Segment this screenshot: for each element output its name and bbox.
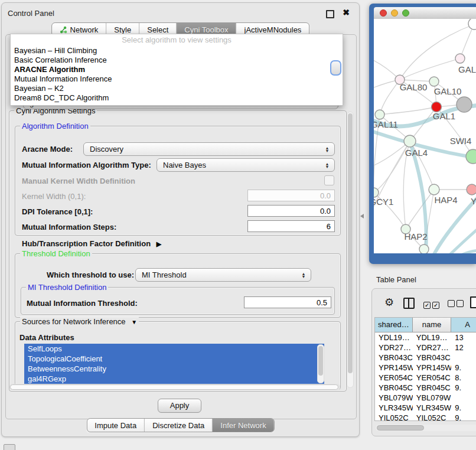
table-cell: YBR045C — [375, 383, 413, 393]
manual-kernel-label: Manual Kernel Width Definition — [22, 177, 135, 185]
attributes-scrollbar[interactable] — [317, 344, 324, 383]
network-window-titlebar[interactable] — [374, 7, 476, 19]
table-cell: YDR27… — [375, 343, 413, 353]
corner-grip-icon — [4, 444, 15, 450]
network-canvas[interactable]: GALGAL80GAL10GAL1GAL11GAL4SWI4GCY1HAP4YH… — [374, 19, 476, 253]
node-table: shared…nameA YDL19…YDL19…13YDR27…YDR27…1… — [374, 317, 476, 421]
split-columns-icon[interactable] — [403, 298, 415, 309]
table-cell: 13 — [451, 332, 476, 343]
minimize-button[interactable] — [391, 9, 398, 17]
network-icon — [60, 26, 67, 34]
graph-node-label-gal1: GAL1 — [433, 111, 455, 121]
table-horizontal-scrollbar[interactable] — [376, 425, 476, 431]
focused-combo-fragment — [330, 60, 341, 76]
table-row[interactable]: YBL079WYBL079W — [375, 393, 476, 403]
document-icon[interactable] — [470, 296, 476, 308]
graph-edge-highlighted — [448, 227, 476, 253]
graph-node[interactable] — [404, 135, 416, 147]
table-cell: YBL079W — [375, 393, 413, 403]
attribute-item-selfloops[interactable]: SelfLoops — [24, 344, 324, 354]
column-header-shared[interactable]: shared… — [375, 318, 413, 332]
table-row[interactable]: YBR045CYBR045C9. — [375, 383, 476, 393]
algorithm-option-mutual-information-inference[interactable]: Mutual Information Inference — [11, 74, 343, 84]
graph-node-label-gal: GAL — [458, 64, 476, 74]
settings-vertical-scrollbar[interactable] — [347, 112, 354, 388]
graph-edge — [380, 80, 400, 115]
collapsed-arrow-icon: ▶ — [157, 240, 161, 248]
table-cell: 9. — [451, 383, 476, 393]
graph-node[interactable] — [466, 149, 476, 164]
unchecked-pair-icon[interactable] — [448, 299, 465, 309]
graph-node[interactable] — [457, 97, 472, 112]
hub-definition-toggle[interactable]: Hub/Transcription Factor Definition ▶ — [22, 239, 161, 248]
algorithm-dropdown-popup: Select algorithm to view settings Bayesi… — [10, 34, 343, 106]
table-row[interactable]: YBR043CYBR043C — [375, 353, 476, 363]
algorithm-list: Bayesian – Hill ClimbingBasic Correlatio… — [11, 46, 343, 103]
table-row[interactable]: YIL052CYIL052C9. — [375, 413, 476, 421]
attributes-scroll-thumb[interactable] — [318, 346, 323, 376]
table-hscroll-thumb[interactable] — [377, 425, 424, 431]
mi-threshold-field[interactable] — [244, 296, 331, 308]
graph-node-label-swi4: SWI4 — [450, 136, 472, 146]
mi-type-combo[interactable]: Naive Bayes ▲▼ — [157, 158, 335, 172]
splitter-collapse-icon[interactable] — [360, 214, 364, 219]
algorithm-option-bayesian-k2[interactable]: Bayesian – K2 — [11, 84, 343, 93]
aracne-mode-combo[interactable]: Discovery ▲▼ — [83, 142, 335, 156]
bottom-tab-label: Discretize Data — [152, 421, 204, 430]
settings-scroll-thumb[interactable] — [348, 113, 353, 373]
attribute-item-gal4rgexp[interactable]: gal4RGexp — [24, 374, 324, 384]
which-threshold-combo[interactable]: MI Threshold ▲▼ — [135, 268, 311, 282]
table-cell: YIL052C — [413, 413, 452, 421]
control-panel-window: Control Panel ✖ NetworkStyleSelectCyni T… — [1, 2, 360, 437]
table-row[interactable]: YDR27…YDR27…12 — [375, 343, 476, 353]
float-panel-icon[interactable] — [326, 10, 334, 18]
graph-node[interactable] — [375, 110, 384, 119]
close-button[interactable] — [380, 9, 387, 17]
graph-node-label-hap2: HAP2 — [404, 231, 427, 242]
bottom-tab-infer-network[interactable]: Infer Network — [213, 419, 273, 432]
bottom-tab-impute-data[interactable]: Impute Data — [87, 419, 145, 432]
checked-pair-icon[interactable]: ✓✓ — [423, 299, 441, 309]
network-graph: GALGAL80GAL10GAL1GAL11GAL4SWI4GCY1HAP4YH… — [374, 19, 476, 253]
manual-kernel-checkbox[interactable] — [324, 175, 334, 185]
settings-horizontal-scrollbar[interactable] — [9, 384, 340, 390]
sources-group-title[interactable]: Sources for Network Inference ▼ — [20, 317, 139, 326]
column-header-a[interactable]: A — [451, 318, 476, 332]
graph-node[interactable] — [432, 102, 442, 112]
algorithm-option-bayesian-hill-climbing[interactable]: Bayesian – Hill Climbing — [11, 46, 343, 56]
kernel-width-field[interactable] — [247, 190, 335, 201]
mi-threshold-label: Mutual Information Threshold: — [27, 299, 138, 308]
attribute-item-topologicalcoefficient[interactable]: TopologicalCoefficient — [24, 354, 324, 364]
algorithm-option-aracne-algorithm[interactable]: ARACNE Algorithm — [11, 65, 343, 74]
attribute-item-betweennesscentrality[interactable]: BetweennessCentrality — [24, 364, 324, 374]
mi-steps-label: Mutual Information Steps: — [22, 223, 116, 231]
gear-icon[interactable]: ⚙ — [384, 297, 394, 308]
stepper-arrows-icon: ▲▼ — [322, 162, 334, 168]
table-cell: YIL052C — [375, 413, 413, 421]
graph-node[interactable] — [467, 184, 476, 195]
graph-node[interactable] — [429, 77, 439, 86]
control-panel-title: Control Panel — [8, 9, 54, 18]
mi-steps-field[interactable] — [247, 220, 335, 232]
algorithm-option-basic-correlation-inference[interactable]: Basic Correlation Inference — [11, 56, 343, 65]
settings-hscroll-thumb[interactable] — [10, 384, 338, 390]
dpi-tolerance-field[interactable] — [247, 205, 335, 217]
stepper-arrows-icon: ▲▼ — [299, 272, 311, 278]
sources-title-text: Sources for Network Inference — [22, 317, 126, 326]
graph-node-label-gal4: GAL4 — [405, 148, 428, 158]
apply-button[interactable]: Apply — [158, 399, 201, 413]
graph-node[interactable] — [419, 244, 429, 253]
column-header-name[interactable]: name — [413, 318, 452, 332]
zoom-button[interactable] — [402, 9, 409, 17]
algorithm-definition-title: Algorithm Definition — [20, 122, 90, 131]
table-row[interactable]: YLR345WYLR345W9. — [375, 403, 476, 413]
graph-node[interactable] — [429, 184, 439, 195]
table-row[interactable]: YDL19…YDL19…13 — [375, 332, 476, 343]
table-row[interactable]: YER054CYER054C8. — [375, 373, 476, 383]
graph-node[interactable] — [468, 19, 476, 30]
table-row[interactable]: YPR145WYPR145W9. — [375, 363, 476, 373]
graph-node[interactable] — [455, 54, 465, 63]
algorithm-option-dream8-dc-tdc-algorithm[interactable]: Dream8 DC_TDC Algorithm — [11, 93, 343, 103]
bottom-tab-discretize-data[interactable]: Discretize Data — [145, 419, 213, 432]
close-panel-icon[interactable]: ✖ — [343, 8, 350, 17]
